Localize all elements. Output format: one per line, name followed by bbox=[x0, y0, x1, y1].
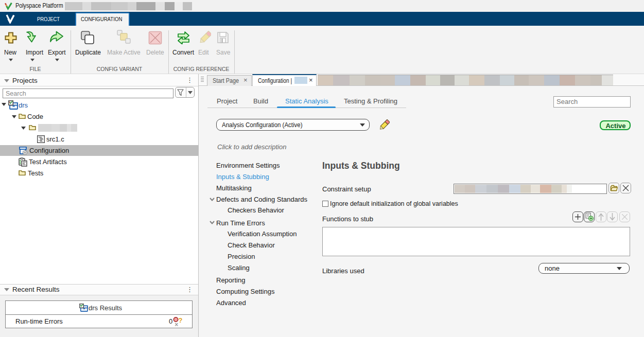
svg-text:?: ? bbox=[179, 316, 183, 324]
svg-text:×: × bbox=[175, 321, 178, 327]
